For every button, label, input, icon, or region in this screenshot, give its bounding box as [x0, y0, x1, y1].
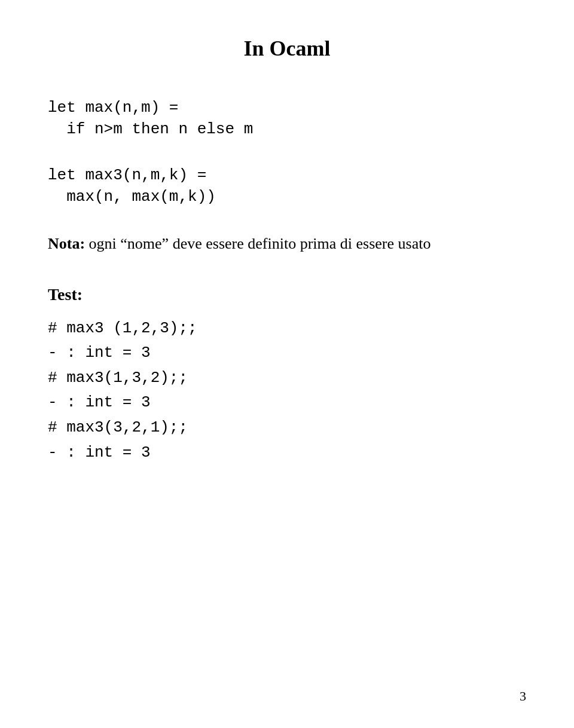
test-section: Test: # max3 (1,2,3);; - : int = 3 # max… — [48, 285, 526, 466]
test-line-5: - : int = 3 — [48, 441, 526, 466]
max3-line-1: let max3(n,m,k) = — [48, 164, 526, 186]
note-text: ogni “nome” deve essere definito prima d… — [85, 235, 430, 252]
test-line-0: # max3 (1,2,3);; — [48, 316, 526, 341]
max-function-block: let max(n,m) = if n>m then n else m — [48, 97, 526, 140]
note-label: Nota: — [48, 235, 85, 252]
page-container: In Ocaml let max(n,m) = if n>m then n el… — [0, 0, 574, 728]
max-line-2: if n>m then n else m — [48, 118, 526, 140]
note-section: Nota: ogni “nome” deve essere definito p… — [48, 232, 526, 255]
max-line-1: let max(n,m) = — [48, 97, 526, 118]
max3-line-2: max(n, max(m,k)) — [48, 186, 526, 207]
page-number: 3 — [520, 689, 526, 704]
test-line-3: - : int = 3 — [48, 390, 526, 415]
test-line-2: # max3(1,3,2);; — [48, 366, 526, 391]
test-line-1: - : int = 3 — [48, 341, 526, 366]
test-code-block: # max3 (1,2,3);; - : int = 3 # max3(1,3,… — [48, 316, 526, 466]
test-title: Test: — [48, 285, 526, 304]
test-line-4: # max3(3,2,1);; — [48, 415, 526, 441]
max3-function-block: let max3(n,m,k) = max(n, max(m,k)) — [48, 164, 526, 208]
page-title: In Ocaml — [48, 36, 526, 61]
